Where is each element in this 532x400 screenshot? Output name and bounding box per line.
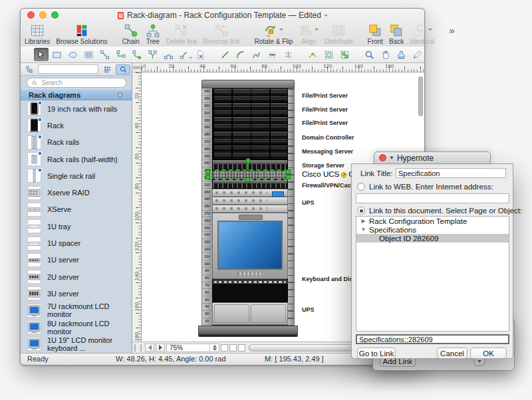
library-item-2u-server[interactable]: 2U server — [21, 268, 132, 285]
shape-label[interactable]: UPS — [302, 200, 315, 206]
tool-frame-button[interactable] — [82, 48, 96, 61]
ok-button[interactable]: OK — [470, 348, 507, 359]
tool-reshape-curve-button[interactable] — [306, 48, 321, 61]
title-bar[interactable]: Rack-diagram - Rack Configuration Templa… — [21, 9, 424, 21]
tool-rect-button[interactable] — [50, 48, 65, 61]
selection-handle[interactable] — [286, 169, 291, 174]
library-item-1u-server[interactable]: 1U server — [21, 252, 132, 268]
toolbar-overflow-button[interactable]: » — [449, 25, 460, 44]
selection-handle[interactable] — [205, 175, 210, 179]
link-title-input[interactable] — [396, 168, 506, 178]
library-tree-button[interactable] — [22, 64, 37, 74]
close-panel-icon[interactable] — [116, 91, 124, 98]
tool-reshape-rect-button[interactable] — [322, 48, 336, 61]
next-page-button[interactable] — [156, 344, 165, 352]
toolbar-libraries-button[interactable]: Libraries — [25, 23, 50, 45]
link-to-document-radio[interactable] — [357, 207, 365, 215]
blank-panel[interactable] — [212, 284, 288, 302]
tool-oval-button[interactable] — [66, 48, 80, 61]
disclosure-open-icon[interactable]: ▼ — [389, 155, 394, 161]
tool-divide-button[interactable] — [265, 48, 280, 61]
tool-split-button[interactable] — [281, 48, 296, 61]
shape-label[interactable]: File/Print Server — [302, 120, 348, 126]
selection-handle[interactable] — [205, 169, 210, 174]
toolbar-rotate-flip-button[interactable]: Rotate & Flip — [255, 23, 293, 45]
page-tab[interactable] — [238, 344, 245, 351]
tool-pan-button[interactable] — [378, 48, 392, 61]
rack-lcd-monitor[interactable] — [212, 213, 288, 279]
library-item-xserve[interactable]: XServe — [21, 201, 132, 218]
server-unit[interactable] — [212, 116, 288, 131]
tool-conn-arc-button[interactable] — [161, 48, 176, 61]
shape-label[interactable]: File/Print Server — [302, 93, 348, 99]
tool-polyline-button[interactable] — [249, 48, 264, 61]
tree-row-specifications[interactable]: ▼Specifications — [356, 225, 509, 234]
toolbar-browse-solutions-button[interactable]: Browse Solutions — [56, 23, 107, 45]
toolbar-tree-button[interactable]: Tree — [146, 23, 160, 45]
hyperlink-icon[interactable] — [340, 171, 347, 178]
search-input[interactable] — [41, 78, 122, 87]
shape-label[interactable]: File/Print Server — [302, 107, 348, 113]
tree-row-object-id-282609[interactable]: Object ID 282609 — [356, 234, 509, 243]
shape-label[interactable]: Firewall/VPN/Cache — [302, 183, 358, 189]
server-unit[interactable] — [212, 88, 288, 102]
title-caret-icon[interactable] — [324, 15, 328, 19]
tool-conn-tree-button[interactable] — [145, 48, 160, 61]
hypernote-title-bar[interactable]: ▼ Hypernote — [374, 151, 491, 164]
tool-stamp-button[interactable] — [394, 48, 408, 61]
tool-conn-smart-button[interactable] — [130, 48, 144, 61]
tool-arc-button[interactable] — [233, 48, 248, 61]
tool-reshape-group-button[interactable] — [338, 48, 352, 61]
server-unit[interactable] — [212, 205, 288, 213]
server-unit[interactable] — [212, 197, 288, 205]
shape-label[interactable]: Messaging Server — [302, 149, 353, 155]
dialog-close-button[interactable] — [379, 154, 386, 161]
selection-handle[interactable] — [245, 177, 250, 182]
library-item-8u-rackmount-lcd-monitor[interactable]: 8U rackmount LCD monitor — [21, 319, 132, 336]
cancel-button[interactable]: Cancel — [437, 348, 467, 359]
tree-row-rack-configuration-template[interactable]: ▶Rack Configuration Template — [356, 217, 509, 225]
previous-page-button[interactable] — [145, 344, 154, 352]
toolbar-back-button[interactable]: Back — [389, 23, 404, 45]
canvas-vertical-scrollbar[interactable] — [418, 76, 423, 116]
toolbar-front-button[interactable]: Front — [368, 23, 383, 45]
library-item-1u-spacer[interactable]: 1U spacer — [21, 235, 132, 251]
tool-pen-button[interactable] — [410, 48, 424, 61]
library-grid-view-button[interactable] — [100, 64, 114, 74]
tool-conn-direct-button[interactable] — [98, 48, 112, 61]
shape-label[interactable]: UPS — [302, 307, 315, 313]
rack-shape[interactable]: 34U33U32U31U30U29U28U27U26U25U24U23U22U2… — [201, 80, 295, 337]
tool-zoom-button[interactable] — [362, 48, 376, 61]
server-unit[interactable] — [212, 102, 288, 116]
search-box[interactable] — [27, 78, 126, 88]
selection-handle[interactable] — [286, 175, 291, 179]
splitter-grip[interactable] — [134, 344, 142, 351]
library-item-7u-rackmount-lcd-monitor[interactable]: 7U rackmount LCD monitor — [21, 302, 132, 319]
library-item-rack-rails-half-width[interactable]: Rack rails (half-width) — [21, 151, 132, 167]
keyboard-tray[interactable] — [212, 279, 288, 284]
server-unit[interactable] — [212, 179, 288, 189]
ups-unit[interactable] — [212, 302, 288, 325]
disclosure-open-icon[interactable]: ▼ — [360, 227, 366, 233]
tool-conn-bezier-button[interactable] — [177, 48, 192, 61]
link-to-web-radio[interactable] — [357, 183, 365, 191]
tool-doc-delete-button[interactable] — [193, 48, 207, 61]
page-object-list[interactable]: ▶Rack Configuration Template▼Specificati… — [356, 216, 509, 332]
web-address-input[interactable] — [356, 193, 509, 203]
library-path-field[interactable] — [38, 64, 98, 74]
tool-cursor-button[interactable] — [34, 48, 49, 61]
library-search-button[interactable] — [116, 64, 130, 74]
shape-label[interactable]: Storage Server — [302, 163, 344, 169]
tool-line-button[interactable] — [217, 48, 232, 61]
go-to-link-button[interactable]: Go to Link — [357, 348, 396, 359]
library-item-single-rack-rail[interactable]: Single rack rail — [21, 167, 132, 184]
shape-label[interactable]: Domain Controller — [302, 135, 354, 141]
zoom-stepper[interactable] — [209, 344, 219, 351]
link-path-field[interactable] — [356, 334, 509, 344]
library-panel-header[interactable]: Rack diagrams — [21, 90, 132, 100]
library-item-1u-19-lcd-monitor-keyboard[interactable]: 1U 19" LCD monitor keyboard ... — [21, 336, 132, 352]
library-item-19-inch-rack-with-rails[interactable]: 19 inch rack with rails — [21, 100, 132, 117]
zoom-level-field[interactable]: 75% — [166, 344, 219, 352]
library-item-rack[interactable]: Rack — [21, 117, 132, 134]
firewall-unit[interactable] — [212, 189, 288, 197]
